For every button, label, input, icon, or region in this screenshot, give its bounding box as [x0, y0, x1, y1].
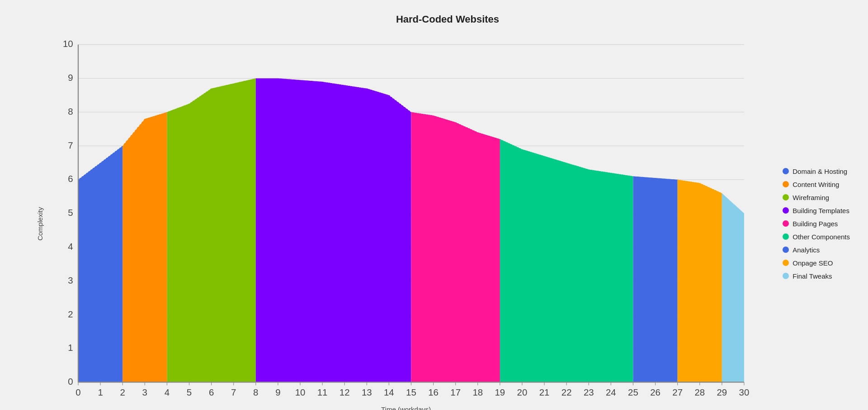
segment-content-writing — [123, 112, 167, 382]
chart-title: Hard-Coded Websites — [36, 14, 859, 25]
legend-label: Wireframing — [793, 194, 829, 201]
y-tick-2: 2 — [68, 309, 73, 319]
chart-container: Hard-Coded Websites Complexity 012345678… — [0, 0, 868, 410]
y-tick-1: 1 — [68, 343, 73, 353]
x-tick-label-18: 18 — [472, 387, 483, 397]
y-tick-3: 3 — [68, 275, 73, 285]
legend-label: Onpage SEO — [793, 259, 833, 267]
x-tick-label-12: 12 — [340, 387, 350, 397]
y-tick-0: 0 — [68, 377, 73, 387]
x-tick-label-19: 19 — [495, 387, 505, 397]
legend-label: Domain & Hosting — [793, 168, 847, 175]
legend-item: Onpage SEO — [783, 259, 850, 267]
x-tick-label-9: 9 — [275, 387, 280, 397]
x-tick-label-8: 8 — [253, 387, 258, 397]
x-tick-label-11: 11 — [317, 387, 328, 397]
x-tick-label-22: 22 — [561, 387, 572, 397]
legend-item: Wireframing — [783, 194, 850, 201]
segment-other-components — [500, 139, 633, 382]
x-tick-label-24: 24 — [606, 387, 616, 397]
x-tick-label-7: 7 — [231, 387, 236, 397]
legend-dot — [783, 260, 789, 266]
segment-wireframing — [167, 78, 255, 382]
segment-final-tweaks — [722, 193, 744, 382]
x-tick-label-17: 17 — [450, 387, 461, 397]
x-tick-label-29: 29 — [717, 387, 727, 397]
legend-label: Final Tweaks — [793, 272, 832, 280]
x-tick-label-13: 13 — [362, 387, 372, 397]
x-tick-label-0: 0 — [75, 387, 80, 397]
y-tick-9: 9 — [68, 73, 73, 83]
x-tick-label-30: 30 — [739, 387, 750, 397]
x-tick-label-26: 26 — [650, 387, 660, 397]
legend-label: Building Pages — [793, 220, 838, 228]
legend-label: Analytics — [793, 246, 820, 254]
legend-label: Other Components — [793, 233, 850, 241]
legend-dot — [783, 233, 789, 240]
x-tick-label-5: 5 — [187, 387, 192, 397]
legend-dot — [783, 194, 789, 200]
legend-dot — [783, 181, 789, 187]
y-tick-6: 6 — [68, 174, 73, 184]
y-tick-10: 10 — [63, 39, 73, 49]
area-chart: 0123456789100123456789101112131415161718… — [47, 34, 764, 403]
y-tick-8: 8 — [68, 107, 73, 116]
x-tick-label-2: 2 — [120, 387, 125, 397]
legend-item: Domain & Hosting — [783, 168, 850, 175]
legend-dot — [783, 220, 789, 227]
x-tick-label-20: 20 — [517, 387, 528, 397]
x-tick-label-1: 1 — [98, 387, 103, 397]
legend-item: Building Templates — [783, 207, 850, 214]
legend-item: Final Tweaks — [783, 272, 850, 280]
legend: Domain & HostingContent WritingWireframi… — [764, 34, 859, 410]
chart-fills — [78, 78, 744, 382]
segment-building-templates — [256, 78, 411, 382]
y-axis-label: Complexity — [36, 34, 44, 410]
legend-item: Other Components — [783, 233, 850, 241]
x-tick-label-14: 14 — [384, 387, 394, 397]
legend-item: Building Pages — [783, 220, 850, 228]
chart-area: 0123456789100123456789101112131415161718… — [47, 34, 764, 410]
x-tick-label-23: 23 — [584, 387, 594, 397]
segment-analytics — [633, 176, 677, 382]
x-tick-label-6: 6 — [209, 387, 214, 397]
segment-onpage-seo — [678, 180, 722, 382]
segment-domain-&-hosting — [78, 146, 123, 382]
legend-dot — [783, 168, 789, 174]
chart-body: Complexity 01234567891001234567891011121… — [36, 34, 859, 410]
y-tick-5: 5 — [68, 208, 73, 218]
y-tick-4: 4 — [68, 242, 73, 252]
y-tick-7: 7 — [68, 140, 73, 150]
x-tick-label-10: 10 — [295, 387, 306, 397]
legend-dot — [783, 247, 789, 253]
legend-item: Analytics — [783, 246, 850, 254]
x-tick-label-4: 4 — [165, 387, 170, 397]
x-tick-label-25: 25 — [628, 387, 638, 397]
x-tick-label-28: 28 — [694, 387, 705, 397]
legend-dot — [783, 273, 789, 279]
x-tick-label-27: 27 — [672, 387, 683, 397]
legend-label: Building Templates — [793, 207, 849, 214]
legend-dot — [783, 207, 789, 214]
legend-label: Content Writing — [793, 181, 839, 188]
x-axis-label: Time (workdays) — [47, 405, 764, 410]
legend-item: Content Writing — [783, 181, 850, 188]
segment-building-pages — [411, 112, 500, 382]
x-tick-label-21: 21 — [539, 387, 550, 397]
x-tick-label-16: 16 — [428, 387, 439, 397]
x-tick-label-15: 15 — [406, 387, 416, 397]
x-tick-label-3: 3 — [142, 387, 147, 397]
